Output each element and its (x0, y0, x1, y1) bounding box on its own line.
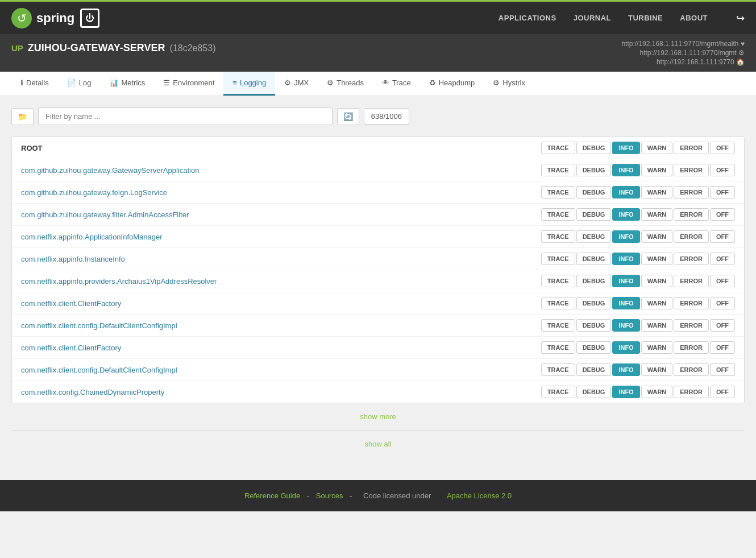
level-btn-info[interactable]: INFO (612, 341, 639, 354)
level-btn-debug[interactable]: DEBUG (576, 208, 612, 221)
level-btn-off[interactable]: OFF (710, 386, 735, 398)
level-btn-trace[interactable]: TRACE (541, 297, 575, 309)
tab-log[interactable]: 📄 Log (58, 72, 101, 96)
level-btn-trace[interactable]: TRACE (541, 363, 575, 376)
level-btn-off[interactable]: OFF (710, 230, 735, 243)
level-btn-debug[interactable]: DEBUG (576, 186, 612, 199)
app-home-link[interactable]: http://192.168.1.111:9770 🏠 (621, 58, 745, 66)
level-btn-info[interactable]: INFO (612, 164, 639, 176)
level-btn-warn[interactable]: WARN (641, 386, 673, 398)
level-btn-info[interactable]: INFO (612, 386, 639, 398)
level-btn-info[interactable]: INFO (612, 186, 639, 199)
level-btn-debug[interactable]: DEBUG (576, 142, 612, 154)
level-btn-error[interactable]: ERROR (674, 142, 709, 154)
show-more-link[interactable]: show more (360, 412, 396, 421)
level-btn-off[interactable]: OFF (710, 142, 735, 154)
level-btn-debug[interactable]: DEBUG (576, 386, 612, 398)
filter-folder-button[interactable]: 📁 (11, 108, 34, 125)
level-btn-off[interactable]: OFF (710, 253, 735, 265)
level-btn-warn[interactable]: WARN (641, 297, 673, 309)
level-btn-debug[interactable]: DEBUG (576, 164, 612, 176)
level-btn-trace[interactable]: TRACE (541, 275, 575, 287)
level-btn-trace[interactable]: TRACE (541, 341, 575, 354)
apache-license-link[interactable]: Apache License 2.0 (447, 491, 512, 500)
level-btn-off[interactable]: OFF (710, 164, 735, 176)
level-btn-debug[interactable]: DEBUG (576, 275, 612, 287)
level-btn-error[interactable]: ERROR (674, 386, 709, 398)
level-btn-error[interactable]: ERROR (674, 253, 709, 265)
level-btn-trace[interactable]: TRACE (541, 208, 575, 221)
level-btn-warn[interactable]: WARN (641, 164, 673, 176)
level-btn-warn[interactable]: WARN (641, 230, 673, 243)
level-btn-off[interactable]: OFF (710, 275, 735, 287)
level-btn-info[interactable]: INFO (612, 275, 639, 287)
level-btn-error[interactable]: ERROR (674, 164, 709, 176)
tab-logging[interactable]: ≡ Logging (223, 72, 275, 96)
trace-icon: 👁 (382, 78, 389, 87)
level-btn-debug[interactable]: DEBUG (576, 253, 612, 265)
nav-applications[interactable]: APPLICATIONS (499, 14, 556, 22)
level-btn-off[interactable]: OFF (710, 363, 735, 376)
nav-about[interactable]: ABOUT (680, 14, 708, 22)
level-btn-off[interactable]: OFF (710, 208, 735, 221)
level-btn-trace[interactable]: TRACE (541, 319, 575, 332)
level-btn-trace[interactable]: TRACE (541, 186, 575, 199)
level-btn-error[interactable]: ERROR (674, 230, 709, 243)
level-btn-error[interactable]: ERROR (674, 319, 709, 332)
level-btn-info[interactable]: INFO (612, 208, 639, 221)
level-btn-info[interactable]: INFO (612, 297, 639, 309)
level-btn-warn[interactable]: WARN (641, 275, 673, 287)
level-btn-debug[interactable]: DEBUG (576, 341, 612, 354)
sources-link[interactable]: Sources (316, 491, 343, 500)
nav-journal[interactable]: JOURNAL (574, 14, 611, 22)
level-btn-trace[interactable]: TRACE (541, 230, 575, 243)
level-btn-info[interactable]: INFO (612, 142, 639, 154)
app-links: http://192.168.1.111:9770/mgmt/health ♥ … (621, 40, 745, 66)
level-btn-error[interactable]: ERROR (674, 341, 709, 354)
level-btn-trace[interactable]: TRACE (541, 386, 575, 398)
level-btn-info[interactable]: INFO (612, 253, 639, 265)
level-btn-trace[interactable]: TRACE (541, 164, 575, 176)
level-btn-info[interactable]: INFO (612, 363, 639, 376)
level-btn-off[interactable]: OFF (710, 341, 735, 354)
filter-refresh-button[interactable]: 🔄 (337, 108, 359, 125)
level-btn-off[interactable]: OFF (710, 186, 735, 199)
reference-guide-link[interactable]: Reference Guide (244, 491, 300, 500)
tab-environment[interactable]: ☰ Environment (154, 72, 223, 96)
filter-input[interactable] (38, 108, 333, 125)
tab-trace[interactable]: 👁 Trace (373, 72, 420, 96)
app-mgmt-link[interactable]: http://192.168.1.111:9770/mgmt ⚙ (621, 49, 745, 57)
level-btn-error[interactable]: ERROR (674, 363, 709, 376)
level-btn-debug[interactable]: DEBUG (576, 297, 612, 309)
level-btn-warn[interactable]: WARN (641, 253, 673, 265)
level-btn-info[interactable]: INFO (612, 230, 639, 243)
level-btn-error[interactable]: ERROR (674, 186, 709, 199)
level-btn-debug[interactable]: DEBUG (576, 319, 612, 332)
level-btn-warn[interactable]: WARN (641, 363, 673, 376)
nav-turbine[interactable]: TURBINE (628, 14, 663, 22)
level-btn-info[interactable]: INFO (612, 319, 639, 332)
level-btn-warn[interactable]: WARN (641, 142, 673, 154)
logout-icon[interactable]: ↪ (736, 12, 745, 24)
level-btn-debug[interactable]: DEBUG (576, 230, 612, 243)
tab-details[interactable]: ℹ Details (11, 72, 58, 96)
level-btn-trace[interactable]: TRACE (541, 253, 575, 265)
tab-jmx[interactable]: ⚙ JMX (275, 72, 318, 96)
level-btn-error[interactable]: ERROR (674, 208, 709, 221)
level-btn-warn[interactable]: WARN (641, 208, 673, 221)
tab-hystrix[interactable]: ⚙ Hystrix (484, 72, 534, 96)
tab-metrics[interactable]: 📊 Metrics (100, 72, 154, 96)
level-btn-warn[interactable]: WARN (641, 186, 673, 199)
app-health-link[interactable]: http://192.168.1.111:9770/mgmt/health ♥ (621, 40, 745, 48)
level-btn-error[interactable]: ERROR (674, 297, 709, 309)
tab-threads[interactable]: ⚙ Threads (318, 72, 373, 96)
level-btn-warn[interactable]: WARN (641, 341, 673, 354)
level-btn-off[interactable]: OFF (710, 297, 735, 309)
level-btn-debug[interactable]: DEBUG (576, 363, 612, 376)
level-btn-error[interactable]: ERROR (674, 275, 709, 287)
show-all-link[interactable]: show all (365, 440, 392, 448)
level-btn-trace[interactable]: TRACE (541, 142, 575, 154)
tab-heapdump[interactable]: ♻ Heapdump (420, 72, 484, 96)
level-btn-off[interactable]: OFF (710, 319, 735, 332)
level-btn-warn[interactable]: WARN (641, 319, 673, 332)
